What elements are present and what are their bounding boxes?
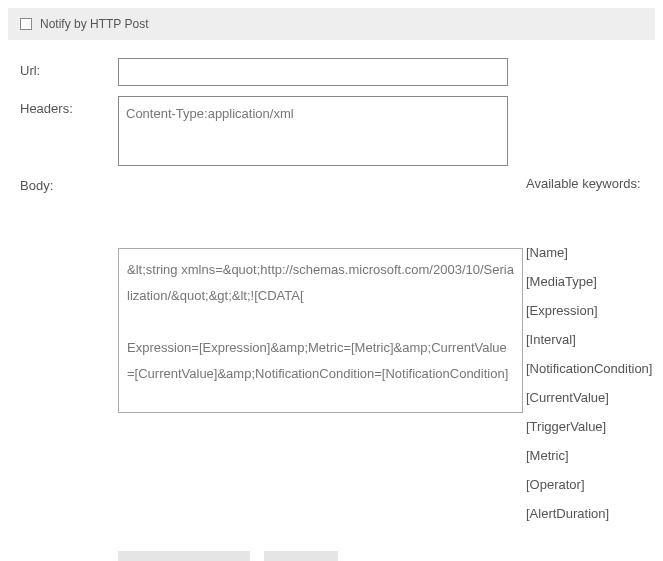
notify-checkbox-label: Notify by HTTP Post	[40, 17, 148, 31]
keyword-item: [Metric]	[526, 448, 655, 463]
keyword-item: [NotificationCondition]	[526, 361, 655, 376]
test-notification-button[interactable]: Test Notification	[118, 551, 250, 561]
keyword-item: [MediaType]	[526, 274, 655, 289]
headers-row: Headers:	[8, 96, 655, 166]
url-row: Url:	[8, 58, 655, 86]
keyword-item: [Interval]	[526, 332, 655, 347]
keywords-title: Available keywords:	[526, 176, 655, 191]
keyword-item: [Name]	[526, 245, 655, 260]
keyword-item: [Operator]	[526, 477, 655, 492]
url-input[interactable]	[118, 58, 508, 86]
keyword-list: [Name] [MediaType] [Expression] [Interva…	[526, 245, 655, 521]
reset-button[interactable]: Reset	[264, 551, 338, 561]
keyword-item: [AlertDuration]	[526, 506, 655, 521]
url-label: Url:	[20, 58, 118, 78]
keyword-item: [Expression]	[526, 303, 655, 318]
notify-checkbox[interactable]	[20, 18, 32, 30]
keyword-item: [TriggerValue]	[526, 419, 655, 434]
headers-label: Headers:	[20, 96, 118, 116]
headers-input[interactable]	[118, 96, 508, 166]
body-label: Body:	[20, 176, 118, 193]
keyword-item: [CurrentValue]	[526, 390, 655, 405]
button-row: Test Notification Reset	[8, 551, 655, 561]
body-section: Body: Available keywords: [Name] [MediaT…	[8, 176, 655, 521]
notify-header-bar: Notify by HTTP Post	[8, 8, 655, 40]
body-input[interactable]	[118, 248, 523, 413]
